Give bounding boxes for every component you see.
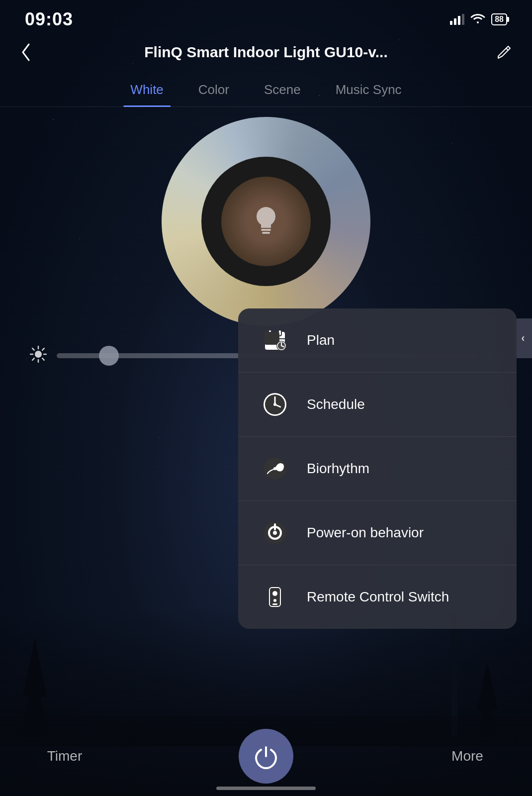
power-on-behavior-icon xyxy=(261,518,289,547)
schedule-icon xyxy=(261,390,289,419)
svg-line-8 xyxy=(42,358,44,360)
svg-point-27 xyxy=(273,403,276,406)
svg-point-35 xyxy=(272,591,277,596)
svg-point-33 xyxy=(273,531,277,535)
plan-label: Plan xyxy=(307,332,335,348)
schedule-label: Schedule xyxy=(307,397,365,412)
sidebar-collapse-handle[interactable]: ‹ xyxy=(514,318,532,358)
tabs-container: White Color Scene Music Sync xyxy=(0,75,532,107)
page-title: FlinQ Smart Indoor Light GU10-v... xyxy=(45,44,487,61)
power-on-behavior-label: Power-on behavior xyxy=(307,525,424,541)
brightness-icon xyxy=(30,346,47,366)
wifi-icon xyxy=(470,12,485,26)
svg-rect-1 xyxy=(262,232,270,234)
svg-point-2 xyxy=(35,351,42,358)
menu-item-plan[interactable]: Plan xyxy=(238,308,517,373)
brightness-slider-thumb[interactable] xyxy=(99,346,119,366)
svg-point-36 xyxy=(273,599,276,602)
signal-icon xyxy=(450,14,464,25)
header: FlinQ Smart Indoor Light GU10-v... xyxy=(0,35,532,75)
chevron-left-icon: ‹ xyxy=(521,332,525,345)
status-bar: 09:03 88 xyxy=(0,0,532,35)
menu-item-biorhythm[interactable]: Biorhythm xyxy=(238,437,517,501)
svg-rect-17 xyxy=(265,332,279,345)
biorhythm-icon xyxy=(261,454,289,483)
timer-button[interactable]: Timer xyxy=(40,748,89,764)
status-time: 09:03 xyxy=(25,9,73,30)
tab-color[interactable]: Color xyxy=(181,82,247,106)
status-icons: 88 xyxy=(450,12,507,26)
svg-line-7 xyxy=(32,348,34,350)
remote-control-switch-icon xyxy=(261,583,289,611)
tab-music-sync[interactable]: Music Sync xyxy=(318,82,419,106)
home-indicator xyxy=(216,787,316,790)
battery-level: 88 xyxy=(495,15,504,24)
battery-icon: 88 xyxy=(491,13,507,25)
bottom-bar: Timer More xyxy=(0,716,532,796)
svg-line-9 xyxy=(42,348,44,350)
bulb-icon xyxy=(249,201,283,242)
remote-control-switch-label: Remote Control Switch xyxy=(307,589,449,605)
plan-icon xyxy=(261,326,289,355)
power-button[interactable] xyxy=(239,729,293,784)
dropdown-menu: Plan Schedule Biorhythm xyxy=(238,308,517,629)
menu-item-power-on-behavior[interactable]: Power-on behavior xyxy=(238,501,517,565)
svg-rect-37 xyxy=(272,603,277,605)
menu-item-remote-control-switch[interactable]: Remote Control Switch xyxy=(238,565,517,629)
svg-rect-0 xyxy=(261,229,271,231)
more-button[interactable]: More xyxy=(443,748,492,764)
control-area xyxy=(0,107,532,336)
tab-white[interactable]: White xyxy=(113,82,180,106)
edit-button[interactable] xyxy=(487,44,512,60)
color-ring-center[interactable] xyxy=(221,177,311,266)
color-ring[interactable] xyxy=(162,117,370,326)
svg-line-10 xyxy=(32,358,34,360)
tab-scene[interactable]: Scene xyxy=(247,82,318,106)
back-button[interactable] xyxy=(20,42,45,62)
menu-item-schedule[interactable]: Schedule xyxy=(238,373,517,437)
biorhythm-label: Biorhythm xyxy=(307,461,369,477)
